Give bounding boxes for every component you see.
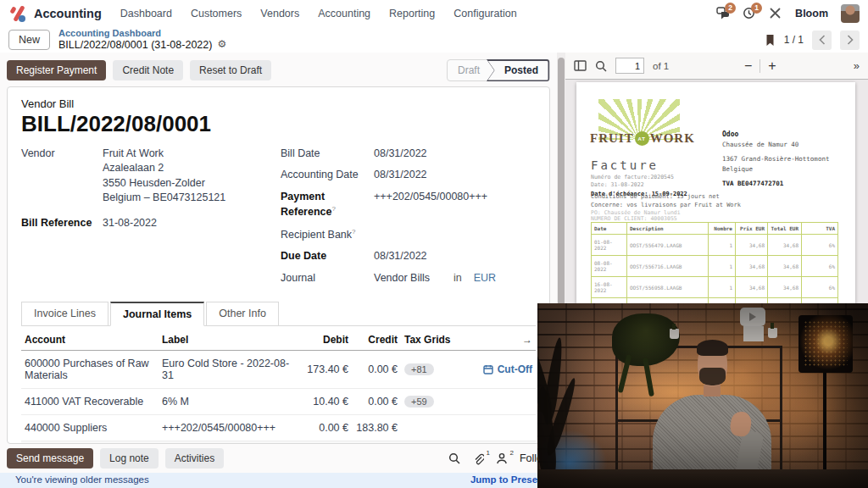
column-header-tax-grids[interactable]: Tax Grids: [401, 328, 460, 351]
logo-shape: [9, 6, 16, 14]
register-payment-button[interactable]: Register Payment: [7, 60, 106, 80]
attachments-paperclip-icon[interactable]: 1: [472, 452, 485, 465]
messages-icon[interactable]: 2: [716, 7, 730, 20]
bill-reference-value[interactable]: 31-08-2022: [103, 216, 157, 231]
tab-invoice-lines[interactable]: Invoice Lines: [21, 302, 108, 326]
video-overlay[interactable]: [537, 303, 868, 488]
record-pager: 1 / 1: [765, 30, 860, 50]
zoom-in-button[interactable]: +: [760, 59, 783, 73]
search-messages-icon[interactable]: [448, 452, 461, 465]
jump-to-present-link[interactable]: Jump to Present: [470, 474, 547, 485]
breadcrumb-parent-link[interactable]: Accounting Dashboard: [58, 28, 226, 39]
send-message-button[interactable]: Send message: [7, 448, 93, 469]
pdf-search-icon[interactable]: [595, 60, 607, 72]
pdf-more-tools-button[interactable]: »: [854, 59, 860, 72]
activities-button[interactable]: Activities: [165, 448, 224, 469]
column-header-debit[interactable]: Debit: [301, 328, 352, 351]
tab-journal-items[interactable]: Journal Items: [110, 302, 204, 326]
inv-col-prix: Prix EUR: [736, 223, 768, 235]
nav-item-vendors[interactable]: Vendors: [260, 8, 299, 19]
column-header-label[interactable]: Label: [159, 328, 301, 351]
pdf-toolbar: of 1 − + »: [565, 53, 868, 80]
status-posted[interactable]: Posted: [487, 59, 549, 81]
pdf-sidebar-toggle-icon[interactable]: [574, 60, 587, 71]
due-date-value[interactable]: 08/31/2022: [374, 249, 427, 264]
nav-item-configuration[interactable]: Configuration: [453, 8, 516, 19]
pager-next-button[interactable]: [840, 30, 860, 50]
optional-columns-icon[interactable]: →: [522, 334, 532, 346]
column-header-account[interactable]: Account: [21, 328, 159, 351]
company-city: 1367 Grand-Rosière-Hottomont: [722, 154, 829, 164]
inv-col-nombre: Nombre: [709, 223, 736, 235]
bill-fields: Vendor Fruit At Work Azalealaan 2 3550 H…: [21, 147, 536, 293]
zoom-out-button[interactable]: −: [737, 59, 760, 73]
shortcuts-icon[interactable]: [769, 7, 782, 20]
pager-previous-button[interactable]: [812, 30, 832, 50]
cell-credit: 0.00 €: [352, 351, 401, 389]
nav-item-reporting[interactable]: Reporting: [389, 8, 435, 19]
cell-label: Euro Cold Store - 2022-08-31: [159, 351, 301, 389]
user-avatar[interactable]: [841, 4, 860, 23]
odoo-accounting-app-icon[interactable]: [10, 5, 27, 22]
pdf-page-input[interactable]: [615, 58, 644, 74]
user-name[interactable]: Bloom: [795, 8, 828, 19]
cell-account: 440000 Suppliers: [21, 415, 159, 441]
app-name[interactable]: Accounting: [34, 7, 102, 20]
log-note-button[interactable]: Log note: [100, 448, 159, 469]
calendar-icon: [483, 364, 493, 374]
bookmark-icon[interactable]: [765, 34, 776, 47]
bill-date-value[interactable]: 08/31/2022: [374, 147, 427, 162]
tabs: Invoice Lines Journal Items Other Info: [21, 301, 536, 326]
pdf-zoom-controls: − +: [737, 59, 784, 73]
settings-gear-icon[interactable]: ⚙: [217, 39, 226, 51]
company-street: Chaussée de Namur 40: [722, 140, 829, 150]
followers-count: 2: [509, 449, 513, 457]
currency-link[interactable]: EUR: [474, 271, 496, 286]
tab-other-info[interactable]: Other Info: [206, 302, 279, 326]
table-row[interactable]: 600000 Purchases of Raw Materials Euro C…: [21, 351, 536, 389]
vendor-link[interactable]: Fruit At Work: [103, 147, 225, 162]
inv-col-description: Description: [627, 223, 709, 235]
nav-item-customers[interactable]: Customers: [191, 8, 242, 19]
tax-grid-badge: +81: [404, 363, 434, 375]
breadcrumb-bar: New Accounting Dashboard BILL/2022/08/00…: [0, 27, 868, 53]
journal-in-word: in: [453, 271, 462, 286]
company-country: Belgique: [722, 164, 829, 175]
apple-icon: AT: [635, 131, 649, 146]
table-row[interactable]: 411000 VAT Recoverable 6% M 10.40 € 0.00…: [21, 389, 536, 415]
new-button[interactable]: New: [8, 30, 50, 50]
activities-badge: 1: [751, 3, 762, 14]
due-date-label: Due Date: [281, 249, 374, 264]
followers-person-icon[interactable]: 2: [496, 452, 509, 465]
credit-note-button[interactable]: Credit Note: [113, 60, 183, 80]
status-draft[interactable]: Draft: [458, 64, 487, 76]
chatter: Send message Log note Activities 1 2 Fol…: [0, 444, 557, 473]
payment-reference-label: Payment Reference: [281, 191, 331, 219]
activities-clock-icon[interactable]: 1: [743, 7, 756, 20]
invoice-number-line: Numéro de facture:2020545: [591, 174, 687, 181]
company-address-block: Odoo Chaussée de Namur 40 1367 Grand-Ros…: [722, 130, 829, 189]
invoice-title: Facture: [591, 158, 659, 172]
table-row[interactable]: 440000 Suppliers +++202/0545/00080+++ 0.…: [21, 415, 536, 441]
company-vat: TVA BE0477472701: [722, 179, 829, 189]
invoice-date-line: Date: 31-08-2022: [591, 181, 687, 189]
older-messages-strip: You're viewing older messages Jump to Pr…: [0, 473, 557, 488]
journal-value[interactable]: Vendor Bills: [374, 271, 430, 286]
reset-to-draft-button[interactable]: Reset to Draft: [190, 60, 271, 80]
cell-debit: 10.40 €: [301, 389, 352, 415]
payment-reference-value[interactable]: +++202/0545/00080+++: [374, 190, 487, 220]
tax-grid-badge: +59: [404, 396, 434, 408]
messages-badge: 2: [725, 3, 736, 14]
action-row: Register Payment Credit Note Reset to Dr…: [0, 53, 557, 86]
cut-off-button[interactable]: Cut-Off: [483, 363, 532, 375]
cell-credit: 183.80 €: [352, 415, 401, 441]
nav-item-dashboard[interactable]: Dashboard: [120, 8, 172, 19]
inv-col-total: Total EUR: [768, 223, 802, 235]
bill-reference-label: Bill Reference: [21, 216, 103, 231]
vendor-street: Azalealaan 2: [103, 161, 225, 176]
journal-items-table: Account Label Debit Credit Tax Grids → 6…: [21, 328, 536, 444]
accounting-date-value[interactable]: 08/31/2022: [374, 168, 427, 183]
column-header-credit[interactable]: Credit: [352, 328, 401, 351]
nav-item-accounting[interactable]: Accounting: [318, 8, 370, 19]
attachments-count: 1: [486, 449, 489, 457]
